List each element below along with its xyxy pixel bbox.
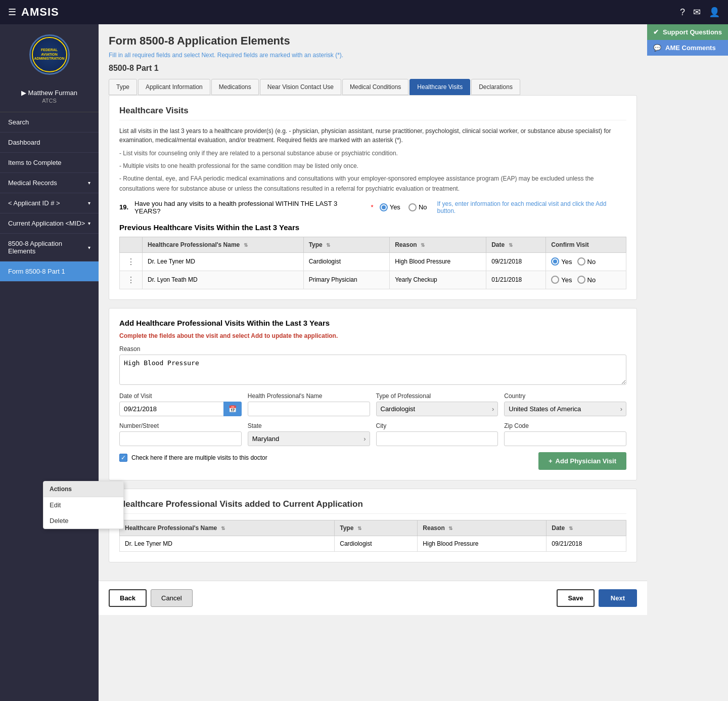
col-date-header: Date ⇅ [486, 237, 546, 252]
ame-comments-button[interactable]: 💬 AME Comments [647, 40, 728, 56]
reason-cell: Yearly Checkup [390, 271, 486, 289]
sidebar-item-applicant-id[interactable]: < Applicant ID # > ▾ [0, 193, 99, 213]
help-icon[interactable]: ? [680, 7, 685, 18]
sidebar-item-search[interactable]: Search [0, 112, 99, 133]
form-title: Form 8500-8 Application Elements [109, 34, 637, 48]
row-actions-button[interactable]: ⋮ [125, 275, 137, 285]
date-cell: 09/21/2018 [547, 536, 626, 551]
form-subtitle: 8500-8 Part 1 [109, 64, 637, 73]
action-delete[interactable]: Delete [43, 513, 123, 529]
row-actions-button[interactable]: ⋮ [125, 256, 137, 267]
zip-input[interactable]: 33231 [504, 431, 626, 446]
add-physician-visit-button[interactable]: + Add Physician Visit [538, 452, 626, 470]
type-cell: Cardiologist [335, 536, 418, 551]
user-icon[interactable]: 👤 [709, 7, 720, 18]
tab-near-vision[interactable]: Near Vision Contact Use [260, 79, 341, 95]
next-button[interactable]: Next [599, 589, 637, 607]
sort-icon[interactable]: ⇅ [421, 242, 425, 248]
col-hp-name-header: Healthcare Professional's Name ⇅ [120, 520, 335, 536]
question-number: 19. [119, 203, 128, 211]
sidebar-user-name: Matthew Furman [28, 89, 78, 97]
type-select-wrapper: Cardiologist Primary Physician Psycholog… [376, 402, 498, 416]
back-button[interactable]: Back [109, 589, 147, 607]
confirm-no-radio[interactable]: No [577, 257, 596, 266]
form-tabs: Type Applicant Information Medications N… [109, 79, 637, 95]
type-select[interactable]: Cardiologist Primary Physician Psycholog… [376, 402, 498, 416]
sort-icon[interactable]: ⇅ [448, 525, 452, 531]
hamburger-icon[interactable]: ☰ [8, 7, 16, 18]
confirm-yes-radio[interactable]: Yes [551, 276, 572, 284]
top-nav: ☰ AMSIS ? ✉ 👤 [0, 0, 728, 24]
sidebar-item-items-to-complete[interactable]: Items to Complete [0, 153, 99, 173]
sidebar-item-form-8500-8-part1[interactable]: Form 8500-8 Part 1 [0, 261, 99, 282]
col-date-header: Date ⇅ [547, 520, 626, 536]
add-form-row-2: Number/Street 62231 Jonestown Rd State M… [119, 422, 626, 446]
col-reason-header: Reason ⇅ [390, 237, 486, 252]
zip-field-group: Zip Code 33231 [504, 422, 626, 446]
footer-buttons: Back Cancel Save Next [99, 581, 647, 615]
confirm-cell: Yes No [546, 271, 626, 289]
save-button[interactable]: Save [557, 589, 594, 607]
sidebar-navigation: Search Dashboard Items to Complete Medic… [0, 112, 99, 282]
mail-icon[interactable]: ✉ [693, 7, 701, 18]
sort-icon[interactable]: ⇅ [221, 525, 225, 531]
previous-visits-table: Healthcare Professional's Name ⇅ Type ⇅ … [119, 237, 626, 289]
sort-icon[interactable]: ⇅ [326, 242, 330, 248]
type-cell: Cardiologist [303, 252, 390, 271]
radio-yes[interactable]: Yes [380, 203, 400, 211]
reason-field-group: Reason High Blood Pressure [119, 345, 626, 386]
sidebar-item-medical-records[interactable]: Medical Records ▾ [0, 173, 99, 193]
tab-declarations[interactable]: Declarations [471, 79, 520, 95]
sort-icon[interactable]: ⇅ [569, 525, 573, 531]
tab-healthcare-visits[interactable]: Healthcare Visits [410, 79, 470, 95]
state-field-group: State Maryland Virginia California › [248, 422, 370, 446]
tab-applicant-info[interactable]: Applicant Information [138, 79, 210, 95]
multiple-visits-checkbox[interactable]: ✓ [119, 454, 127, 462]
city-field-group: City Barbersville [376, 422, 498, 446]
confirm-no-radio[interactable]: No [577, 276, 596, 284]
reason-label: Reason [119, 345, 626, 353]
tab-type[interactable]: Type [109, 79, 137, 95]
radio-no[interactable]: No [408, 203, 427, 211]
date-label: Date of Visit [119, 392, 242, 400]
confirm-yes-radio[interactable]: Yes [551, 257, 572, 266]
healthcare-visits-section: Healthcare Visits List all visits in the… [109, 95, 637, 300]
sidebar-item-8500-8-elements[interactable]: 8500-8 Application Elements ▾ [0, 234, 99, 261]
country-select[interactable]: United States of America Canada [504, 402, 626, 416]
street-field-group: Number/Street 62231 Jonestown Rd [119, 422, 242, 446]
sort-icon[interactable]: ⇅ [509, 242, 513, 248]
state-select-wrapper: Maryland Virginia California › [248, 431, 370, 446]
sidebar-item-current-application[interactable]: Current Application <MID> ▾ [0, 213, 99, 234]
date-cell: 09/21/2018 [486, 252, 546, 271]
zip-label: Zip Code [504, 422, 626, 429]
street-input[interactable]: 62231 Jonestown Rd [119, 431, 242, 446]
sidebar: FEDERALAVIATIONADMINISTRATION ▶ Matthew … [0, 24, 99, 701]
add-section-note: Complete the fields about the visit and … [119, 332, 626, 339]
hp-name-input[interactable]: Dr. Lee Tyner MD [248, 402, 370, 416]
col-hp-name-header: Healthcare Professional's Name ⇅ [143, 237, 304, 252]
hp-name-cell: Dr. Lyon Teath MD [143, 271, 304, 289]
calendar-icon[interactable]: 📅 [223, 402, 242, 416]
sidebar-item-dashboard[interactable]: Dashboard [0, 133, 99, 153]
sidebar-user-role: ATCS [5, 98, 94, 104]
plus-icon: + [549, 457, 553, 465]
sort-icon[interactable]: ⇅ [244, 242, 248, 248]
tab-medications[interactable]: Medications [211, 79, 259, 95]
reason-textarea[interactable]: High Blood Pressure [119, 355, 626, 385]
support-questions-button[interactable]: ✔ Support Questions [647, 24, 728, 40]
action-edit[interactable]: Edit [43, 497, 123, 513]
city-input[interactable]: Barbersville [376, 431, 498, 446]
tab-medical-conditions[interactable]: Medical Conditions [342, 79, 408, 95]
add-button-row: ✓ Check here if there are multiple visit… [119, 452, 626, 470]
added-visits-section: Healthcare Professional Visits added to … [109, 489, 637, 562]
date-input-wrapper: 09/21/2018 📅 [119, 402, 242, 416]
state-select[interactable]: Maryland Virginia California [248, 431, 370, 446]
type-field-group: Type of Professional Cardiologist Primar… [376, 392, 498, 416]
previous-visits-title: Previous Healthcare Visits Within the La… [119, 223, 626, 232]
sort-icon[interactable]: ⇅ [357, 525, 361, 531]
col-reason-header: Reason ⇅ [418, 520, 547, 536]
question-19-radio-group: Yes No [380, 203, 427, 211]
checkmark-icon: ✔ [653, 28, 659, 36]
cancel-button[interactable]: Cancel [151, 589, 192, 607]
col-confirm-header: Confirm Visit [546, 237, 626, 252]
